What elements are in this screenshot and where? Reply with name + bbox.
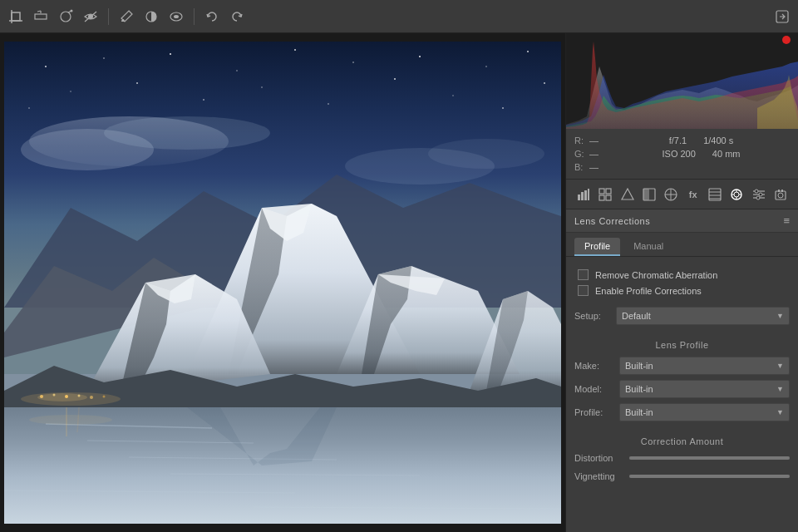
iso: ISO 200 <box>663 149 696 159</box>
svg-point-16 <box>45 66 47 67</box>
svg-point-39 <box>428 139 544 169</box>
focal: 40 mm <box>712 149 741 159</box>
svg-point-74 <box>782 36 791 44</box>
red-eye-tool[interactable] <box>81 7 100 26</box>
distortion-label: Distortion <box>574 453 624 463</box>
detail-module-icon[interactable] <box>748 184 770 205</box>
svg-point-64 <box>40 395 43 398</box>
shutter: 1/400 s <box>703 135 733 145</box>
svg-point-70 <box>29 415 112 425</box>
photo-canvas <box>4 42 561 524</box>
panel-tabs: Profile Manual <box>566 233 798 257</box>
g-row: G: — ISO 200 40 mm <box>574 147 790 160</box>
profile-dropdown[interactable]: Built-in ▼ <box>619 403 790 421</box>
svg-rect-0 <box>12 12 20 21</box>
tone-module-icon[interactable] <box>638 184 660 205</box>
svg-point-8 <box>71 9 73 12</box>
manual-tab[interactable]: Manual <box>623 238 673 256</box>
histogram-module-icon[interactable] <box>573 184 594 205</box>
svg-point-106 <box>778 193 783 198</box>
main-toolbar <box>0 0 798 33</box>
profile-value: Built-in <box>625 407 653 417</box>
vignetting-fill <box>629 475 790 478</box>
model-row: Model: Built-in ▼ <box>574 380 790 398</box>
model-dropdown[interactable]: Built-in ▼ <box>619 380 790 398</box>
remove-chromatic-aberration-checkbox[interactable] <box>578 269 589 280</box>
lens-module-icon[interactable] <box>726 184 747 205</box>
panel-content[interactable]: Remove Chromatic Aberration Enable Profi… <box>566 257 798 532</box>
image-area <box>0 33 565 532</box>
effects-module-icon[interactable] <box>704 184 726 205</box>
setup-dropdown[interactable]: Default ▼ <box>616 307 790 325</box>
enable-profile-corrections-checkbox[interactable] <box>578 285 589 296</box>
make-dropdown[interactable]: Built-in ▼ <box>619 357 790 375</box>
iso-focal: ISO 200 40 mm <box>613 149 790 159</box>
svg-point-104 <box>756 196 760 200</box>
model-label: Model: <box>574 384 614 394</box>
svg-point-20 <box>294 49 296 51</box>
profile-arrow: ▼ <box>776 408 784 416</box>
brush-tool[interactable] <box>117 7 135 26</box>
svg-point-22 <box>419 56 421 57</box>
svg-point-68 <box>90 396 93 399</box>
module-icons-bar: fx <box>566 180 798 209</box>
svg-rect-76 <box>581 192 584 200</box>
r-label: R: <box>574 135 586 145</box>
svg-point-65 <box>53 394 56 397</box>
main-content: R: — f/7.1 1/400 s G: — ISO 200 40 mm B:… <box>0 33 798 532</box>
make-value: Built-in <box>625 361 653 371</box>
gradient-tool[interactable] <box>142 7 160 26</box>
separator-2 <box>194 8 195 25</box>
hsl-module-icon[interactable] <box>660 184 682 205</box>
svg-point-34 <box>502 107 504 109</box>
b-label: B: <box>574 162 586 172</box>
svg-point-94 <box>734 192 739 197</box>
separator-1 <box>108 8 109 25</box>
svg-marker-83 <box>622 189 633 200</box>
svg-point-103 <box>759 193 762 196</box>
histogram-svg <box>566 33 798 129</box>
enable-profile-corrections-item[interactable]: Enable Profile Corrections <box>574 283 790 298</box>
rotate-cw[interactable] <box>228 7 246 26</box>
right-panel: R: — f/7.1 1/400 s G: — ISO 200 40 mm B:… <box>565 33 798 532</box>
svg-point-63 <box>37 393 87 401</box>
vignetting-track[interactable] <box>629 475 790 478</box>
vignetting-label: Vignetting <box>574 471 624 481</box>
develop-module-icon[interactable] <box>617 184 638 205</box>
svg-point-27 <box>261 86 263 88</box>
setup-row: Setup: Default ▼ <box>574 307 790 325</box>
crop-tool[interactable] <box>7 7 25 26</box>
setup-value: Default <box>622 311 651 321</box>
camera-cal-icon[interactable] <box>770 184 791 205</box>
svg-rect-81 <box>599 195 604 200</box>
g-value: — <box>589 149 609 159</box>
svg-rect-75 <box>578 195 580 200</box>
panel-menu-button[interactable]: ≡ <box>783 214 790 227</box>
straighten-tool[interactable] <box>32 7 50 26</box>
svg-point-37 <box>104 116 270 150</box>
spot-removal-tool[interactable] <box>57 7 75 26</box>
remove-chromatic-aberration-item[interactable]: Remove Chromatic Aberration <box>574 267 790 283</box>
rotate-ccw[interactable] <box>203 7 221 26</box>
distortion-track[interactable] <box>629 456 790 460</box>
make-label: Make: <box>574 361 614 371</box>
distortion-row: Distortion <box>574 453 790 463</box>
svg-point-30 <box>544 82 545 84</box>
svg-point-24 <box>527 51 529 52</box>
aperture: f/7.1 <box>669 135 687 145</box>
profile-tab[interactable]: Profile <box>574 238 620 256</box>
aperture-shutter: f/7.1 1/400 s <box>613 135 790 145</box>
camera-info: R: — f/7.1 1/400 s G: — ISO 200 40 mm B:… <box>566 129 798 180</box>
make-row: Make: Built-in ▼ <box>574 357 790 375</box>
split-tone-icon[interactable]: fx <box>682 184 704 205</box>
rgb-row: R: — f/7.1 1/400 s <box>574 134 790 147</box>
svg-point-19 <box>236 70 238 71</box>
grid-module-icon[interactable] <box>594 184 616 205</box>
export-button[interactable] <box>773 7 791 26</box>
svg-rect-3 <box>35 14 47 19</box>
svg-point-67 <box>78 395 81 397</box>
svg-rect-82 <box>606 195 611 200</box>
radial-tool[interactable] <box>167 7 185 26</box>
correction-amount-section-header: Correction Amount <box>574 426 790 453</box>
b-row: B: — <box>574 160 790 174</box>
